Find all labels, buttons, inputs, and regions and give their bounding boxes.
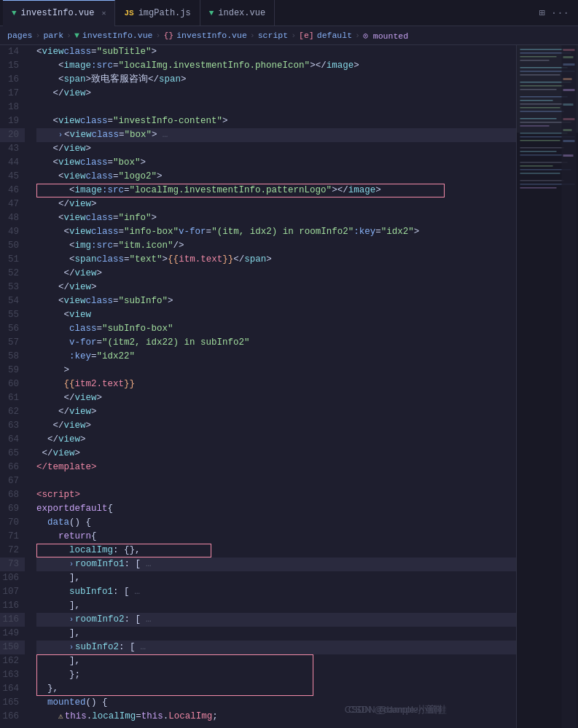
code-line: ], <box>36 599 516 613</box>
tab-label-investinfo: investInfo.vue <box>21 8 95 18</box>
code-line: </view> <box>36 281 516 294</box>
line-number: 69 <box>0 502 25 516</box>
line-number: 64 <box>0 433 25 447</box>
svg-rect-43 <box>563 154 574 157</box>
svg-rect-30 <box>520 180 564 181</box>
minimap-svg <box>517 45 578 728</box>
line-number: 107 <box>0 585 25 599</box>
bc-sep-3: › <box>155 31 160 40</box>
bc-sep-4: › <box>250 31 255 40</box>
tab-label-index: index.vue <box>218 8 265 18</box>
tab-label-imgpath: imgPath.js <box>138 8 191 18</box>
split-editor-icon[interactable]: ⊞ <box>539 7 544 19</box>
line-number: 17 <box>0 87 25 101</box>
code-line: </view> <box>36 419 516 433</box>
line-number: 116 <box>0 599 25 613</box>
code-line: <span class="text">{{ itm.text }}</span> <box>36 253 516 267</box>
line-number: 52 <box>0 267 25 281</box>
code-line: ›<view class="box"> … <box>36 128 516 142</box>
code-line: </view> <box>36 405 516 419</box>
line-number: 61 <box>0 391 25 405</box>
line-number: 162 <box>0 654 25 668</box>
svg-rect-20 <box>520 133 568 134</box>
code-line: </view> <box>36 267 516 281</box>
line-number: 19 <box>0 114 25 128</box>
code-line: ›subInfo2: [ … <box>36 641 516 654</box>
vue-icon-2: ▼ <box>209 9 214 17</box>
code-line: </view> <box>36 197 516 211</box>
line-number: 62 <box>0 405 25 419</box>
line-number: 59 <box>0 364 25 377</box>
code-line: ], <box>36 654 516 668</box>
svg-rect-22 <box>520 140 561 141</box>
code-line: class="subInfo-box" <box>36 322 516 336</box>
tab-imgpath[interactable]: JS imgPath.js <box>115 0 200 26</box>
line-number: 60 <box>0 377 25 391</box>
line-number: 50 <box>0 239 25 253</box>
svg-rect-6 <box>520 67 568 69</box>
code-line: ›roomInfo1: [ … <box>36 557 516 571</box>
line-number: 66 <box>0 461 25 474</box>
more-options-icon[interactable]: ··· <box>551 7 569 19</box>
bc-mounted: ⊙ mounted <box>363 31 408 41</box>
line-number: 165 <box>0 696 25 710</box>
code-content[interactable]: <view class="subTitle"> <image :src="loc… <box>31 45 516 728</box>
line-number: 20 <box>0 128 25 142</box>
code-line: ], <box>36 571 516 585</box>
tab-index[interactable]: ▼ index.vue <box>200 0 275 26</box>
svg-rect-33 <box>562 45 577 728</box>
minimap[interactable] <box>516 45 578 728</box>
line-number: 106 <box>0 571 25 585</box>
line-number: 44 <box>0 156 25 170</box>
line-number: 51 <box>0 253 25 267</box>
line-number: 43 <box>0 142 25 156</box>
code-line: data() { <box>36 516 516 530</box>
svg-rect-10 <box>520 85 564 87</box>
svg-rect-34 <box>563 49 575 51</box>
line-number: 16 <box>0 73 25 87</box>
code-line: <view class="info"> <box>36 211 516 225</box>
code-line: <script> <box>36 488 516 502</box>
svg-rect-24 <box>520 151 557 152</box>
tab-close-investinfo[interactable]: ✕ <box>101 9 106 17</box>
code-line: <view class="logo2"> <box>36 170 516 184</box>
line-number: 150 <box>0 641 25 654</box>
svg-rect-40 <box>563 118 575 120</box>
line-number: 149 <box>0 627 25 641</box>
code-line: v-for="(itm2, idx22) in subInfo2" <box>36 336 516 350</box>
code-line: :key="idx22" <box>36 350 516 364</box>
svg-rect-42 <box>563 140 575 142</box>
bc-pages: pages <box>7 31 33 40</box>
code-line: {{ itm2.text }} <box>36 377 516 391</box>
bc-park: park <box>43 31 63 40</box>
tab-bar-actions: ⊞ ··· <box>539 7 575 19</box>
line-number: 54 <box>0 294 25 308</box>
code-line: <view <box>36 308 516 322</box>
line-number: 56 <box>0 322 25 336</box>
line-number: 71 <box>0 530 25 544</box>
code-line <box>36 474 516 488</box>
code-line: </view> <box>36 142 516 156</box>
vue-icon: ▼ <box>12 9 17 17</box>
svg-rect-12 <box>520 96 568 98</box>
svg-rect-38 <box>563 89 575 91</box>
line-number: 164 <box>0 682 25 696</box>
code-line: ], <box>36 627 516 641</box>
code-line <box>36 101 516 114</box>
svg-rect-26 <box>520 162 568 163</box>
tab-bar: ▼ investInfo.vue ✕ JS imgPath.js ▼ index… <box>0 0 578 26</box>
svg-rect-15 <box>520 107 561 109</box>
svg-rect-32 <box>520 187 557 189</box>
code-area: 1415161718192043444546474849505152535455… <box>0 45 516 728</box>
svg-rect-16 <box>520 111 564 112</box>
line-number: 18 <box>0 101 25 114</box>
line-number: 46 <box>0 184 25 197</box>
code-line: <img :src="itm.icon" /> <box>36 239 516 253</box>
line-number: 55 <box>0 308 25 322</box>
svg-rect-11 <box>520 89 557 90</box>
tab-investinfo[interactable]: ▼ investInfo.vue ✕ <box>3 0 115 26</box>
svg-rect-39 <box>563 103 574 106</box>
code-line: subInfo1: [ … <box>36 585 516 599</box>
line-number: 163 <box>0 668 25 682</box>
code-line: return { <box>36 530 516 544</box>
